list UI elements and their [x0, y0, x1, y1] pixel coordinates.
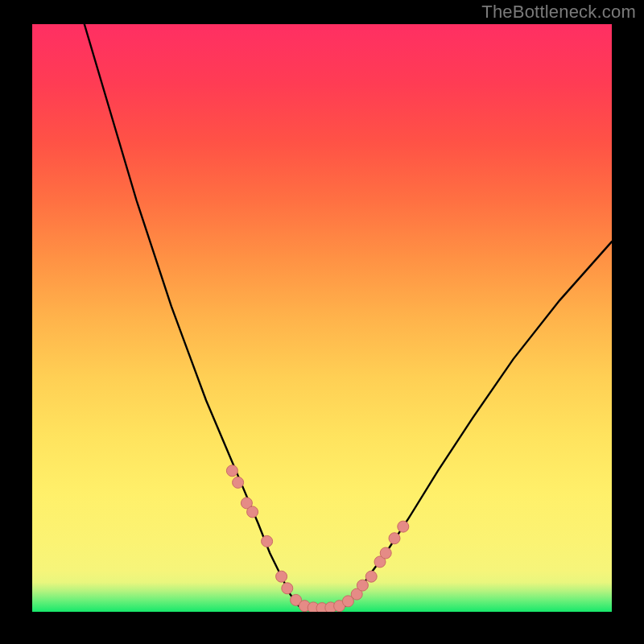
bottleneck-curve — [85, 24, 612, 609]
bottleneck-curve-svg — [32, 24, 612, 612]
data-point — [276, 571, 287, 582]
chart-frame: TheBottleneck.com — [0, 0, 644, 644]
data-point — [282, 583, 293, 594]
data-point — [226, 465, 237, 477]
data-point — [233, 477, 244, 488]
data-points — [226, 465, 408, 612]
data-point — [389, 533, 400, 544]
data-point — [247, 506, 258, 518]
plot-area — [32, 24, 612, 612]
watermark-text: TheBottleneck.com — [481, 2, 636, 23]
curve-group — [85, 24, 612, 609]
data-point — [380, 547, 391, 559]
data-point — [357, 580, 368, 591]
data-point — [398, 521, 409, 532]
data-point — [365, 571, 377, 582]
data-point — [262, 535, 273, 547]
